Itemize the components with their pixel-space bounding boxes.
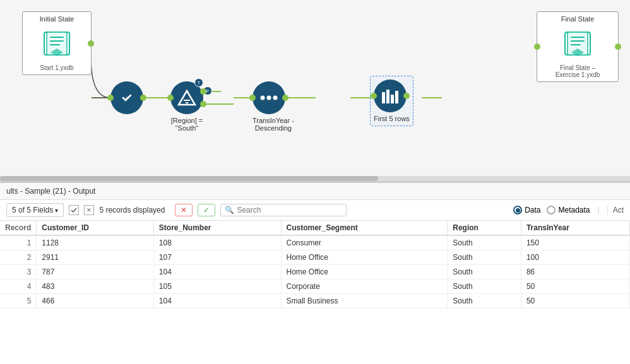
- cell-customer-id: 466: [37, 294, 153, 308]
- cell-trans: 86: [521, 265, 629, 279]
- cell-record: 4: [0, 279, 37, 294]
- cell-segment: Small Business: [281, 294, 448, 308]
- search-input[interactable]: [237, 206, 342, 214]
- col-trans-in-year: TransInYear: [521, 221, 629, 235]
- output-port: [615, 44, 621, 50]
- data-radio[interactable]: Data: [513, 206, 540, 214]
- cell-customer-id: 787: [37, 265, 153, 279]
- results-header: ults - Sample (21) - Output: [0, 183, 630, 200]
- filter-node[interactable]: T F [Region] ="South": [170, 81, 203, 132]
- svg-rect-20: [386, 90, 389, 103]
- cell-record: 2: [0, 250, 37, 265]
- left-port: [167, 95, 174, 101]
- col-region: Region: [448, 221, 521, 235]
- book-icon: [42, 28, 72, 59]
- sample-node[interactable]: [374, 79, 407, 112]
- sample-node-wrapper[interactable]: First 5 rows: [370, 76, 413, 126]
- filter-icon: [177, 88, 196, 107]
- results-toolbar: 5 of 5 Fields ▾ ✕ 5 records displayed ✕ …: [0, 200, 630, 221]
- cell-store-number: 104: [153, 265, 281, 279]
- chevron-down-icon: ▾: [55, 207, 58, 214]
- results-title: ults - Sample (21) - Output: [6, 187, 95, 196]
- cell-customer-id: 483: [37, 279, 153, 294]
- cell-segment: Home Office: [281, 250, 448, 265]
- right-port-t: [200, 88, 206, 95]
- svg-point-16: [261, 96, 265, 100]
- cell-customer-id: 1128: [37, 235, 153, 250]
- select-all-checkbox[interactable]: [69, 205, 79, 215]
- col-store-number: Store_Number: [153, 221, 281, 235]
- initial-state-title: Initial State: [28, 15, 86, 23]
- check-node[interactable]: [110, 81, 143, 114]
- cell-customer-id: 2911: [37, 250, 153, 265]
- right-port: [140, 95, 146, 101]
- view-mode-group: Data Metadata | Act: [513, 206, 624, 214]
- data-radio-label: Data: [525, 206, 540, 214]
- table-row: 4 483 105 Corporate South 50: [0, 279, 630, 294]
- cell-trans: 100: [521, 250, 629, 265]
- workflow-canvas: Initial State Start 1.yxdb: [0, 0, 630, 183]
- output-port: [88, 40, 94, 47]
- metadata-radio-label: Metadata: [558, 206, 590, 214]
- cell-segment: Home Office: [281, 265, 448, 279]
- sort-node[interactable]: TransInYear -Descending: [253, 81, 294, 132]
- filter-label: [Region] ="South": [170, 117, 203, 132]
- table-row: 3 787 104 Home Office South 86: [0, 265, 630, 279]
- cell-segment: Consumer: [281, 235, 448, 250]
- cell-segment: Corporate: [281, 279, 448, 294]
- cell-trans: 50: [521, 294, 629, 308]
- svg-rect-21: [391, 95, 394, 103]
- canvas-scrollbar[interactable]: [0, 176, 630, 181]
- final-state-filename: Final State –Exercise 1.yxdb: [542, 64, 613, 78]
- svg-rect-19: [382, 92, 385, 103]
- sort-label: TransInYear -Descending: [253, 117, 294, 132]
- input-port: [534, 44, 540, 50]
- cell-store-number: 104: [153, 294, 281, 308]
- cell-store-number: 105: [153, 279, 281, 294]
- left-port: [107, 95, 114, 101]
- table-row: 2 2911 107 Home Office South 100: [0, 250, 630, 265]
- scrollbar-thumb[interactable]: [0, 176, 378, 181]
- svg-point-12: [126, 97, 128, 99]
- left-port: [371, 93, 377, 99]
- right-port-f: [200, 101, 206, 107]
- col-record: Record: [0, 221, 37, 235]
- data-radio-circle[interactable]: [513, 206, 522, 214]
- results-panel: ults - Sample (21) - Output 5 of 5 Field…: [0, 183, 630, 364]
- search-icon: 🔍: [225, 206, 234, 214]
- cell-trans: 150: [521, 235, 629, 250]
- cell-store-number: 108: [153, 235, 281, 250]
- cell-region: South: [448, 235, 521, 250]
- act-label: Act: [607, 206, 624, 214]
- reject-button[interactable]: ✕: [175, 204, 193, 216]
- approve-button[interactable]: ✓: [198, 204, 215, 216]
- left-port: [249, 95, 256, 101]
- metadata-radio[interactable]: Metadata: [547, 206, 590, 214]
- cell-trans: 50: [521, 279, 629, 294]
- fields-button[interactable]: 5 of 5 Fields ▾: [6, 203, 64, 217]
- cell-region: South: [448, 265, 521, 279]
- cell-region: South: [448, 250, 521, 265]
- cell-record: 5: [0, 294, 37, 308]
- svg-rect-22: [395, 91, 398, 103]
- cell-record: 1: [0, 235, 37, 250]
- cell-region: South: [448, 294, 521, 308]
- true-badge: T: [194, 78, 203, 87]
- data-table: Record Customer_ID Store_Number Customer…: [0, 221, 630, 364]
- table-header: Record Customer_ID Store_Number Customer…: [0, 221, 630, 235]
- deselect-checkbox[interactable]: ✕: [84, 205, 94, 215]
- table-row: 5 466 104 Small Business South 50: [0, 294, 630, 308]
- final-state-box: Final State Final State –Exercise 1.yxdb: [537, 11, 619, 82]
- search-box[interactable]: 🔍: [220, 204, 347, 216]
- final-book-icon: [562, 28, 593, 59]
- table-row: 1 1128 108 Consumer South 150: [0, 235, 630, 250]
- cell-record: 3: [0, 265, 37, 279]
- final-state-title: Final State: [542, 15, 613, 23]
- x-mark-icon: ✕: [86, 207, 92, 213]
- records-count: 5 records displayed: [99, 206, 165, 214]
- metadata-radio-circle[interactable]: [547, 206, 556, 214]
- initial-state-box: Initial State Start 1.yxdb: [22, 11, 92, 75]
- col-customer-segment: Customer_Segment: [281, 221, 448, 235]
- sort-icon: [259, 91, 278, 104]
- initial-state-filename: Start 1.yxdb: [28, 64, 86, 71]
